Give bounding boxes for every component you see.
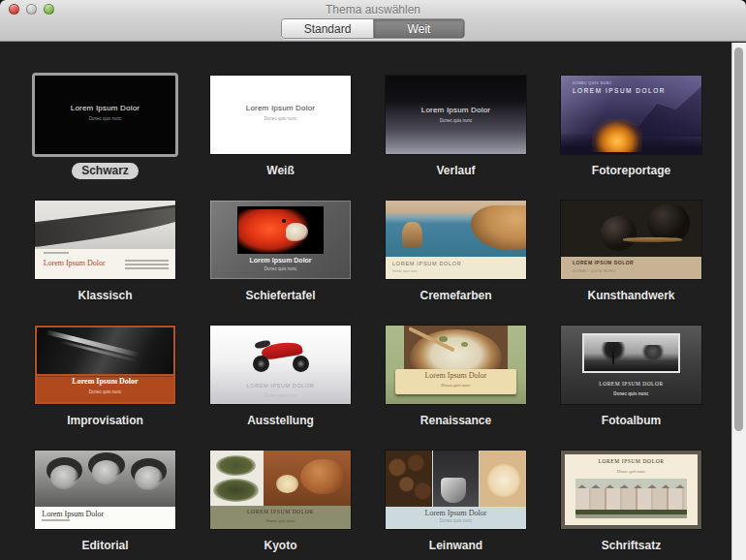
theme-thumb-fotoalbum[interactable]: LOREM IPSUM DOLOR Donec quis nunc — [561, 326, 701, 404]
theme-label: Klassisch — [78, 289, 132, 302]
title-band: Lorem Ipsum Dolor Donec quis nunc — [37, 376, 173, 402]
theme-thumb-schiefertafel[interactable]: Lorem Ipsum Dolor Donec quis nunc — [210, 201, 351, 279]
theme-label: Cremefarben — [420, 289, 491, 302]
mini-subtitle: Donec quis nunc — [420, 118, 491, 123]
theme-label: Schiefertafel — [245, 289, 315, 302]
theme-thumb-renaissance[interactable]: Lorem Ipsum Dolor Donec quis nunc — [386, 326, 526, 404]
tree-shape — [642, 345, 663, 361]
face-shape — [135, 466, 163, 489]
parchment-band: Lorem Ipsum Dolor Donec quis nunc — [395, 369, 516, 394]
mini-title: Lorem Ipsum Dolor — [386, 509, 526, 517]
theme-label: Leinwand — [429, 539, 482, 552]
face-shape — [92, 460, 120, 483]
mini-subtitle: Donec quis nunc — [596, 391, 667, 396]
theme-thumb-schriftsatz[interactable]: LOREM IPSUM DOLOR Donec quis nunc — [561, 451, 701, 529]
photo-food — [404, 326, 508, 373]
theme-cell-leinwand: Lorem Ipsum Dolor Donec quis nunc Leinwa… — [386, 451, 526, 550]
theme-grid-area: Lorem Ipsum Dolor Donec quis nunc Schwar… — [0, 43, 731, 560]
mini-title: Lorem Ipsum Dolor — [386, 106, 526, 114]
mini-subtitle: Donec quis nunc — [392, 269, 526, 273]
mini-title: Lorem Ipsum Dolor — [210, 257, 351, 264]
mini-subtitle: Donec quis nunc — [245, 393, 316, 398]
mini-subtitle: Donec quis nunc — [425, 383, 485, 388]
mini-title: LOREM IPSUM DOLOR — [598, 458, 665, 464]
theme-thumb-leinwand[interactable]: Lorem Ipsum Dolor Donec quis nunc — [386, 451, 526, 529]
mini-title: Lorem Ipsum Dolor — [210, 104, 351, 112]
theme-thumb-verlauf[interactable]: Lorem Ipsum Dolor Donec quis nunc — [386, 76, 526, 154]
theme-thumb-cremefarben[interactable]: LOREM IPSUM DOLOR Donec quis nunc — [386, 201, 526, 279]
mini-subtitle: Donec quis nunc — [245, 116, 316, 121]
photo-latte — [480, 451, 526, 507]
theme-grid: Lorem Ipsum Dolor Donec quis nunc Schwar… — [35, 76, 701, 550]
pitcher-shape — [441, 478, 466, 503]
theme-label: Editorial — [81, 539, 128, 552]
window-title: Thema auswählen — [0, 3, 746, 16]
tab-weit[interactable]: Weit — [373, 19, 464, 38]
theme-thumb-editorial[interactable]: Lorem Ipsum Dolor — [35, 451, 175, 529]
theme-cell-schwarz: Lorem Ipsum Dolor Donec quis nunc Schwar… — [35, 76, 175, 175]
scrollbar-track[interactable] — [731, 43, 746, 560]
theme-label: Kunsthandwerk — [587, 289, 674, 302]
photo-coffee-beans — [386, 451, 432, 507]
theme-cell-schiefertafel: Lorem Ipsum Dolor Donec quis nunc Schief… — [210, 201, 351, 300]
size-segmented-control: Standard Weit — [281, 18, 465, 39]
mini-title: Lorem Ipsum Dolor — [35, 104, 175, 112]
theme-label: Renaissance — [420, 414, 491, 427]
theme-label: Ausstellung — [247, 414, 314, 427]
photo-espresso-machine — [433, 451, 480, 507]
photo-parrot — [237, 206, 325, 254]
photo-pottery — [561, 201, 701, 257]
theme-cell-cremefarben: LOREM IPSUM DOLOR Donec quis nunc Cremef… — [386, 201, 526, 300]
theme-thumb-kunsthandwerk[interactable]: LOREM IPSUM DOLOR DONEC QUIS NUNC — [561, 201, 701, 279]
theme-cell-kunsthandwerk: LOREM IPSUM DOLOR DONEC QUIS NUNC Kunsth… — [561, 201, 701, 300]
theme-thumb-klassisch[interactable]: Lorem Ipsum Dolor — [35, 201, 175, 279]
shelf-shape — [623, 237, 682, 242]
scrollbar-thumb[interactable] — [734, 47, 743, 431]
theme-thumb-ausstellung[interactable]: LOREM IPSUM DOLOR Donec quis nunc — [210, 326, 351, 404]
photo-children — [35, 451, 175, 507]
mini-subtitle: Donec quis nunc — [245, 518, 316, 523]
mini-title: LOREM IPSUM DOLOR — [245, 383, 316, 389]
body-text-lines — [125, 260, 169, 271]
theme-cell-verlauf: Lorem Ipsum Dolor Donec quis nunc Verlau… — [386, 76, 526, 175]
mini-title: LOREM IPSUM DOLOR — [245, 509, 316, 514]
theme-cell-weiss: Lorem Ipsum Dolor Donec quis nunc Weiß — [210, 76, 351, 175]
photo-tent-glow — [592, 118, 642, 153]
theme-label: Schwarz — [72, 163, 139, 179]
teapot-shape — [300, 459, 346, 494]
photo-trumpet — [37, 327, 173, 374]
theme-thumb-weiss[interactable]: Lorem Ipsum Dolor Donec quis nunc — [210, 76, 351, 154]
theme-thumb-fotoreportage[interactable]: DONEC QUIS NUNC LOREM IPSUM DOLOR — [561, 76, 701, 154]
pot-shape — [601, 216, 637, 251]
theme-thumb-kyoto[interactable]: LOREM IPSUM DOLOR Donec quis nunc — [210, 451, 351, 529]
theme-label: Weiß — [266, 164, 294, 177]
mini-subtitle: Donec quis nunc — [245, 266, 316, 271]
mini-title: LOREM IPSUM DOLOR — [573, 87, 701, 95]
photo-landscape — [582, 333, 681, 373]
caption-rule — [44, 252, 69, 254]
theme-label: Improvisation — [67, 414, 143, 427]
theme-cell-klassisch: Lorem Ipsum Dolor Klassisch — [35, 201, 175, 300]
motorcycle-shape — [253, 341, 309, 372]
theme-cell-schriftsatz: LOREM IPSUM DOLOR Donec quis nunc Schrif… — [561, 451, 701, 550]
tab-standard[interactable]: Standard — [282, 19, 373, 38]
mini-title: LOREM IPSUM DOLOR — [596, 381, 667, 387]
theme-cell-fotoreportage: DONEC QUIS NUNC LOREM IPSUM DOLOR Fotore… — [561, 76, 701, 175]
theme-chooser-window: Thema auswählen Standard Weit Lorem Ipsu… — [0, 0, 746, 560]
mini-subtitle: Donec quis nunc — [420, 518, 491, 523]
photo-teapot — [264, 451, 351, 506]
theme-thumb-schwarz[interactable]: Lorem Ipsum Dolor Donec quis nunc — [35, 76, 175, 154]
tree-trunk — [612, 352, 614, 365]
body-text-line — [42, 519, 70, 521]
theme-thumb-improvisation[interactable]: Lorem Ipsum Dolor Donec quis nunc — [35, 326, 175, 404]
theme-label: Schriftsatz — [602, 539, 661, 552]
theme-cell-fotoalbum: LOREM IPSUM DOLOR Donec quis nunc Fotoal… — [561, 326, 701, 425]
photo-bridge — [35, 201, 175, 249]
theme-label: Fotoalbum — [602, 414, 661, 427]
street — [575, 514, 687, 517]
mini-subtitle: Donec quis nunc — [71, 389, 140, 394]
trumpet-shape — [46, 330, 140, 358]
house-facades — [575, 488, 687, 511]
titlebar[interactable]: Thema auswählen Standard Weit — [0, 0, 746, 42]
theme-label: Fotoreportage — [592, 164, 670, 177]
